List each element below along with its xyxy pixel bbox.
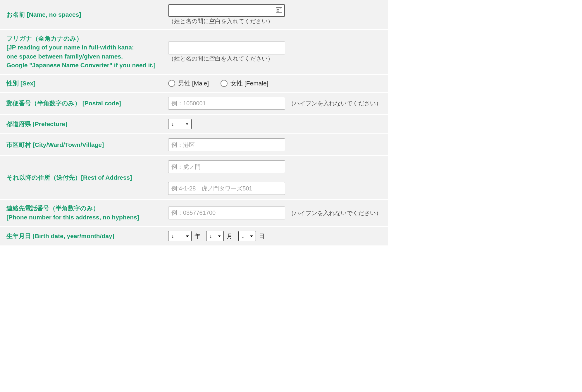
birth-day-select[interactable]: ↓ xyxy=(238,231,256,241)
birth-month-select[interactable]: ↓ xyxy=(206,231,224,241)
day-unit: 日 xyxy=(259,232,265,240)
radio-icon xyxy=(168,80,175,87)
cell-rest-address xyxy=(168,160,388,195)
sex-female-radio[interactable]: 女性 [Female] xyxy=(221,79,268,87)
cell-sex: 男性 [Male] 女性 [Female] xyxy=(168,79,388,87)
furigana-hint: （姓と名の間に空白を入れてください） xyxy=(168,54,273,63)
phone-hint: （ハイフンを入れないでください） xyxy=(288,209,382,217)
prefecture-select[interactable]: ↓ xyxy=(168,119,192,129)
row-sex: 性別 [Sex] 男性 [Male] 女性 [Female] xyxy=(0,75,388,93)
phone-input[interactable] xyxy=(168,207,285,219)
cell-birthdate: ↓ 年 ↓ 月 ↓ 日 xyxy=(168,231,388,241)
postal-hint: （ハイフンを入れないでください） xyxy=(288,99,382,107)
cell-furigana: （姓と名の間に空白を入れてください） xyxy=(168,42,388,63)
sex-female-label: 女性 [Female] xyxy=(230,79,268,87)
birth-year-select[interactable]: ↓ xyxy=(168,231,192,241)
name-input[interactable] xyxy=(168,4,285,17)
row-birthdate: 生年月日 [Birth date, year/month/day] ↓ 年 ↓ … xyxy=(0,227,388,246)
label-city: 市区町村 [City/Ward/Town/Village] xyxy=(0,140,168,149)
address-line1-input[interactable] xyxy=(168,160,285,173)
furigana-input[interactable] xyxy=(168,42,285,54)
year-unit: 年 xyxy=(194,232,200,240)
row-phone: 連絡先電話番号（半角数字のみ） [Phone number for this a… xyxy=(0,200,388,227)
cell-postal: （ハイフンを入れないでください） xyxy=(168,97,388,110)
label-name: お名前 [Name, no spaces] xyxy=(0,10,168,19)
sex-male-label: 男性 [Male] xyxy=(178,79,209,87)
row-rest-address: それ以降の住所（送付先）[Rest of Address] xyxy=(0,156,388,200)
cell-city xyxy=(168,138,388,151)
label-postal: 郵便番号（半角数字のみ） [Postal code] xyxy=(0,99,168,108)
radio-icon xyxy=(221,80,228,87)
label-prefecture: 都道府県 [Prefecture] xyxy=(0,120,168,128)
row-city: 市区町村 [City/Ward/Town/Village] xyxy=(0,134,388,156)
sex-male-radio[interactable]: 男性 [Male] xyxy=(168,79,209,87)
cell-name: （姓と名の間に空白を入れてください） xyxy=(168,4,388,25)
label-phone: 連絡先電話番号（半角数字のみ） [Phone number for this a… xyxy=(0,204,168,222)
cell-prefecture: ↓ xyxy=(168,119,388,129)
postal-input[interactable] xyxy=(168,97,285,110)
label-furigana: フリガナ（全角カナのみ） [JP reading of your name in… xyxy=(0,34,168,70)
row-postal: 郵便番号（半角数字のみ） [Postal code] （ハイフンを入れないでくだ… xyxy=(0,93,388,115)
cell-phone: （ハイフンを入れないでください） xyxy=(168,207,388,219)
registration-form: お名前 [Name, no spaces] （姓と名の間に空白を入れてください）… xyxy=(0,0,388,246)
row-name: お名前 [Name, no spaces] （姓と名の間に空白を入れてください） xyxy=(0,0,388,30)
month-unit: 月 xyxy=(227,232,233,240)
label-birthdate: 生年月日 [Birth date, year/month/day] xyxy=(0,232,168,240)
sex-radio-group: 男性 [Male] 女性 [Female] xyxy=(168,79,268,87)
row-prefecture: 都道府県 [Prefecture] ↓ xyxy=(0,115,388,134)
name-hint: （姓と名の間に空白を入れてください） xyxy=(168,17,273,25)
label-sex: 性別 [Sex] xyxy=(0,79,168,88)
address-line2-input[interactable] xyxy=(168,182,285,195)
row-furigana: フリガナ（全角カナのみ） [JP reading of your name in… xyxy=(0,30,388,75)
label-rest-address: それ以降の住所（送付先）[Rest of Address] xyxy=(0,173,168,182)
city-input[interactable] xyxy=(168,138,285,151)
